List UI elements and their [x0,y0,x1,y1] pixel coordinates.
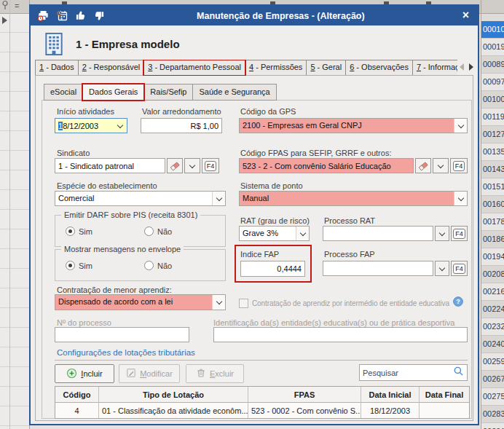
chevron-down-icon [299,229,305,235]
column-header[interactable]: FPAS [248,387,361,402]
darf-sim-label: Sim [79,227,92,236]
column-header[interactable]: Data Final [420,387,469,402]
subtab-rais-sefip[interactable]: Rais/Sefip [143,84,193,101]
inicio-atividades-label: Início atividades [57,107,114,116]
especie-combo[interactable]: Comercial [55,191,226,206]
darf-nao-radio[interactable] [144,227,154,236]
sindicato-dropdown-button[interactable] [184,158,200,173]
dialog-titlebar: Manutenção de Empresas - (Alteração) × [31,6,478,25]
tab-informacoes-adicionais[interactable]: 7 - Informações Adic [412,60,457,76]
codigo-fpas-dropdown-button[interactable] [433,158,449,173]
background-grid-cell: 00240 [481,336,504,353]
codigo-fpas-clear-button[interactable] [415,158,431,173]
table-row[interactable]: 4 01 - Classificação da atividade econôm… [55,403,469,418]
rat-label: RAT (grau de risco) [240,216,310,225]
tab-dados[interactable]: 1 - Dados [35,60,79,76]
print-schedule-icon[interactable] [37,10,50,22]
trash-icon [196,368,206,379]
processo-fap-dropdown-button[interactable] [435,261,449,276]
processo-fap-label: Processo FAP [324,250,375,259]
indice-fap-input[interactable]: 0,4444 [240,261,305,277]
excluir-button: Excluir [186,364,244,383]
pin-icon [1,0,9,13]
incluir-button[interactable]: Incluir [55,364,114,383]
tab-geral[interactable]: 5 - Geral [306,60,346,76]
processo-rat-dropdown-button[interactable] [435,226,449,241]
subtab-esocial[interactable]: eSocial [44,84,83,101]
search-input[interactable] [360,367,453,379]
darf-sim-radio[interactable] [66,227,75,236]
menor-aprendiz-combo[interactable]: Dispensado de acordo com a lei [55,294,226,310]
chevron-down-icon [439,229,445,235]
chevron-down-icon [189,162,195,168]
background-grid-left-column: = [0,0,30,429]
close-icon[interactable]: × [457,9,478,23]
mensagens-nao-radio[interactable] [144,261,154,270]
especie-label: Espécie do estabelecimento [57,181,157,190]
codigo-fpas-label: Código FPAS para SEFIP, GRRF e outros: [240,149,391,157]
column-header[interactable]: Data Inicial [361,387,420,402]
thumbs-down-icon[interactable] [93,10,105,21]
background-grid-right-column: 0001000019000890009700100001190012700135… [481,0,504,429]
aprendiz-entidade-checkbox [239,299,248,308]
help-icon[interactable]: ? [453,296,463,310]
inicio-atividades-input[interactable]: 18/12/2003 [55,118,127,133]
tab-permissoes[interactable]: 4 - Permissões [245,60,307,76]
identificacao-input [213,327,468,342]
chevron-down-icon [438,162,444,168]
codigo-gps-combo[interactable]: 2100 - Empresas em Geral CNPJ [239,118,468,133]
sindicato-clear-button[interactable] [167,158,183,173]
rat-combo[interactable]: Grave 3% [239,226,310,241]
search-icon[interactable] [453,366,467,379]
sistema-ponto-label: Sistema de ponto [240,181,303,190]
indice-fap-label: Indice FAP [240,250,279,259]
tab-observacoes[interactable]: 6 - Observações [345,60,413,76]
codigo-fpas-f4-button[interactable]: F4 [450,158,468,173]
processo-rat-f4-button[interactable]: F4 [451,226,468,241]
lotacoes-section-title: Configurações de lotações tributárias [57,348,195,357]
main-tabstrip: 1 - Dados 2 - Responsável 3 - Departamen… [35,60,457,76]
sub-tabstrip: eSocial Dados Gerais Rais/Sefip Saúde e … [44,84,277,101]
sistema-ponto-combo[interactable]: Manual [239,191,468,206]
modificar-button: Modificar [119,364,180,383]
background-grid-cell: 00232 [481,318,504,336]
sindicato-input[interactable]: 1 - Sindicato patronal [55,158,165,173]
background-grid-cell: 00186 [481,231,504,248]
chevron-down-icon [117,122,123,127]
background-grid-cell: 00119 [481,109,504,126]
processo-fap-f4-button[interactable]: F4 [451,261,468,276]
chevron-down-icon [216,299,221,304]
background-grid-cell: 00194 [481,248,504,266]
darf-nao-label: Não [157,227,172,236]
processo-rat-input[interactable] [323,226,433,241]
processo-fap-input[interactable] [323,261,433,276]
chevron-down-icon [439,264,445,270]
column-header[interactable]: Tipo de Lotação [99,387,248,402]
codigo-fpas-input[interactable]: 523 - 2 - Com convênio Salário Educação [239,158,414,173]
background-grid-cell: 00178 [481,213,504,231]
column-header[interactable]: Código [55,387,99,402]
tab-scroll-right-icon[interactable] [469,63,473,71]
background-grid-cell: 00224 [481,301,504,318]
background-grid-cell: 00160 [481,196,504,213]
valor-arredondamento-label: Valor arredondamento [142,107,221,116]
dialog-manutencao-empresas: Manutenção de Empresas - (Alteração) × 1… [29,4,479,425]
calendar-clock-icon[interactable] [56,10,68,22]
mensagens-sim-label: Sim [79,261,92,270]
table-header-row: Código Tipo de Lotação FPAS Data Inicial… [55,387,469,403]
background-grid-cell: 00291 [481,423,504,429]
sindicato-f4-button[interactable]: F4 [202,158,219,173]
tab-departamento-pessoal[interactable]: 3 - Departamento Pessoal [143,60,245,76]
pesquisar-search-box [359,364,468,381]
mensagens-sim-radio[interactable] [66,261,75,270]
tab-responsavel[interactable]: 2 - Responsável [78,60,145,76]
thumbs-up-icon[interactable] [75,10,87,21]
valor-arredondamento-input[interactable]: R$ 1,00 [141,118,222,133]
aprendiz-entidade-label: Contratação de aprendiz por intermédio d… [252,299,449,307]
tab-scroll-left-icon [460,63,464,71]
chevron-down-icon [216,194,221,200]
subtab-dados-gerais[interactable]: Dados Gerais [82,84,144,101]
subtab-saude-seguranca[interactable]: Saúde e Segurança [192,84,276,101]
section-divider [55,360,468,361]
background-grid-cell: 00283 [481,406,504,423]
